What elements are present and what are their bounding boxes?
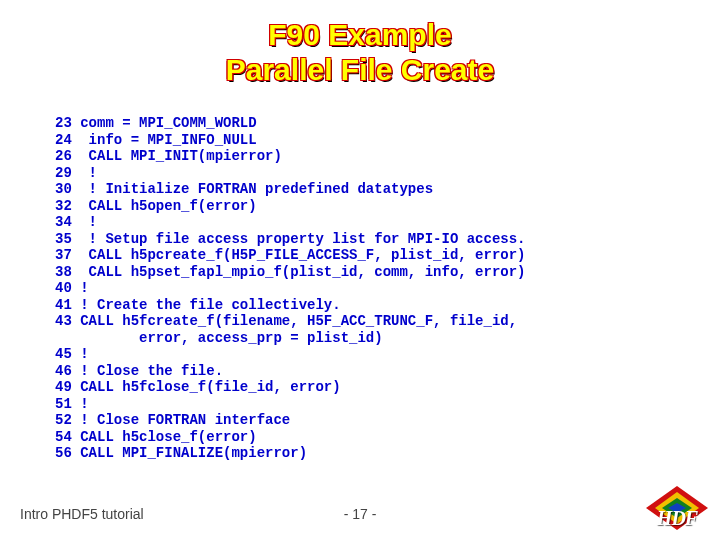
code-text: ! bbox=[80, 346, 88, 362]
line-number: 37 bbox=[50, 247, 72, 264]
code-line: 52! Close FORTRAN interface bbox=[50, 412, 670, 429]
code-line: 24 info = MPI_INFO_NULL bbox=[50, 132, 670, 149]
slide-title: F90 Example Parallel File Create bbox=[0, 18, 720, 87]
code-text: ! Close FORTRAN interface bbox=[80, 412, 290, 428]
code-line: 43CALL h5fcreate_f(filename, H5F_ACC_TRU… bbox=[50, 313, 670, 330]
code-line: 40! bbox=[50, 280, 670, 297]
code-line: 29 ! bbox=[50, 165, 670, 182]
code-text: CALL MPI_INIT(mpierror) bbox=[80, 148, 282, 164]
code-text: ! Initialize FORTRAN predefined datatype… bbox=[80, 181, 433, 197]
code-line: 56CALL MPI_FINALIZE(mpierror) bbox=[50, 445, 670, 462]
code-line: 35 ! Setup file access property list for… bbox=[50, 231, 670, 248]
title-line-1: F90 Example bbox=[268, 18, 451, 51]
line-number: 54 bbox=[50, 429, 72, 446]
code-text: CALL h5open_f(error) bbox=[80, 198, 256, 214]
code-line: 38 CALL h5pset_fapl_mpio_f(plist_id, com… bbox=[50, 264, 670, 281]
line-number: 46 bbox=[50, 363, 72, 380]
line-number: 40 bbox=[50, 280, 72, 297]
code-text: ! Create the file collectively. bbox=[80, 297, 340, 313]
code-text: info = MPI_INFO_NULL bbox=[80, 132, 256, 148]
code-text: ! bbox=[80, 396, 88, 412]
code-line: 51! bbox=[50, 396, 670, 413]
line-number: 49 bbox=[50, 379, 72, 396]
code-listing: 23comm = MPI_COMM_WORLD24 info = MPI_INF… bbox=[50, 115, 670, 462]
line-number: 26 bbox=[50, 148, 72, 165]
line-number: 41 bbox=[50, 297, 72, 314]
code-line: 26 CALL MPI_INIT(mpierror) bbox=[50, 148, 670, 165]
line-number: 35 bbox=[50, 231, 72, 248]
code-line: 37 CALL h5pcreate_f(H5P_FILE_ACCESS_F, p… bbox=[50, 247, 670, 264]
line-number: 32 bbox=[50, 198, 72, 215]
code-text: ! Setup file access property list for MP… bbox=[80, 231, 525, 247]
code-line: 32 CALL h5open_f(error) bbox=[50, 198, 670, 215]
line-number: 34 bbox=[50, 214, 72, 231]
code-text: CALL h5fcreate_f(filename, H5F_ACC_TRUNC… bbox=[80, 313, 517, 329]
code-text: CALL h5close_f(error) bbox=[80, 429, 256, 445]
line-number: 38 bbox=[50, 264, 72, 281]
code-line: 34 ! bbox=[50, 214, 670, 231]
code-line: 41! Create the file collectively. bbox=[50, 297, 670, 314]
code-line: 46! Close the file. bbox=[50, 363, 670, 380]
line-number: 23 bbox=[50, 115, 72, 132]
line-number: 52 bbox=[50, 412, 72, 429]
code-text: CALL h5pset_fapl_mpio_f(plist_id, comm, … bbox=[80, 264, 525, 280]
line-number: 51 bbox=[50, 396, 72, 413]
code-line: 45! bbox=[50, 346, 670, 363]
code-text: CALL MPI_FINALIZE(mpierror) bbox=[80, 445, 307, 461]
slide: F90 Example Parallel File Create 23comm … bbox=[0, 0, 720, 540]
code-line: 54CALL h5close_f(error) bbox=[50, 429, 670, 446]
line-number: 30 bbox=[50, 181, 72, 198]
code-text: ! Close the file. bbox=[80, 363, 223, 379]
code-text: ! bbox=[80, 280, 88, 296]
hdf-logo bbox=[646, 486, 708, 530]
code-text: CALL h5pcreate_f(H5P_FILE_ACCESS_F, plis… bbox=[80, 247, 525, 263]
title-line-2: Parallel File Create bbox=[226, 53, 494, 86]
code-line: 23comm = MPI_COMM_WORLD bbox=[50, 115, 670, 132]
code-text: ! bbox=[80, 214, 97, 230]
line-number: 56 bbox=[50, 445, 72, 462]
code-line: 30 ! Initialize FORTRAN predefined datat… bbox=[50, 181, 670, 198]
code-text: ! bbox=[80, 165, 97, 181]
code-line: 49CALL h5fclose_f(file_id, error) bbox=[50, 379, 670, 396]
code-text: comm = MPI_COMM_WORLD bbox=[80, 115, 256, 131]
line-number: 43 bbox=[50, 313, 72, 330]
code-text: error, access_prp = plist_id) bbox=[80, 330, 382, 346]
page-number: - 17 - bbox=[0, 506, 720, 522]
code-line: error, access_prp = plist_id) bbox=[50, 330, 670, 347]
code-text: CALL h5fclose_f(file_id, error) bbox=[80, 379, 340, 395]
line-number: 45 bbox=[50, 346, 72, 363]
line-number: 29 bbox=[50, 165, 72, 182]
line-number: 24 bbox=[50, 132, 72, 149]
